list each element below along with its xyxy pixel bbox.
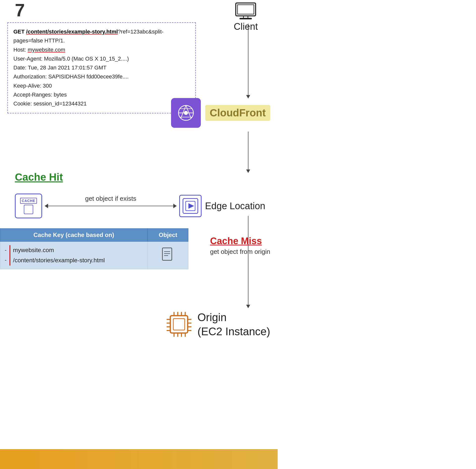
cloudfront-area: CloudFront [171, 98, 270, 128]
client-label: Client [234, 21, 258, 32]
http-line-3: User-Agent: Mozilla/5.0 (Mac OS X 10_15_… [13, 54, 190, 63]
http-line-6: Keep-Alive: 300 [13, 81, 190, 90]
client-area: Client [234, 2, 258, 32]
arrow-client-to-cloudfront [248, 24, 248, 96]
arrow-label: get object if exists [85, 195, 136, 202]
svg-rect-20 [173, 319, 185, 330]
cache-miss-area: Cache Miss get object from origin [210, 236, 270, 256]
svg-rect-3 [239, 18, 252, 19]
bottom-bar [0, 449, 278, 469]
table-key-1: mywebsite.com [13, 245, 105, 255]
http-host-value: mywebsite.com [28, 47, 65, 53]
cloudfront-icon [171, 98, 201, 128]
http-line-8: Cookie: session_id=12344321 [13, 99, 190, 108]
edge-location-area: Edge Location [179, 195, 265, 217]
cloudfront-label: CloudFront [205, 105, 270, 121]
edge-location-label: Edge Location [205, 201, 265, 211]
cache-miss-sub: get object from origin [210, 248, 270, 256]
arrow-right-head [173, 204, 177, 208]
table-cell-object [148, 242, 188, 269]
red-bar [9, 245, 10, 266]
cache-table: Cache Key (cache based on) Object - - my… [0, 228, 188, 269]
origin-chip-icon [165, 311, 193, 338]
http-request-box: GET /content/stories/example-story.html?… [7, 22, 196, 113]
cache-box: CACHE [15, 194, 42, 218]
table-key-values: mywebsite.com /content/stories/example-s… [13, 245, 105, 266]
http-method: GET [13, 29, 26, 35]
origin-label: Origin(EC2 Instance) [198, 310, 270, 338]
table-key-2: /content/stories/example-story.html [13, 255, 105, 266]
arrow-cloudfront-to-edge [248, 132, 248, 170]
http-line-4: Date: Tue, 28 Jan 2021 17:01:57 GMT [13, 63, 190, 72]
http-line-7: Accept-Ranges: bytes [13, 90, 190, 99]
arrow-edge-to-origin [248, 216, 248, 305]
arrow-line [48, 206, 173, 206]
table-col2-header: Object [148, 229, 188, 242]
http-line-5: Authorization: SAPISIDHASH fdd00ecee39fe… [13, 72, 190, 81]
table-row: - - mywebsite.com /content/stories/examp… [0, 242, 188, 269]
cache-hit-label: Cache Hit [15, 171, 63, 183]
http-host-prefix: Host: [13, 47, 28, 53]
edge-location-icon [179, 195, 202, 217]
table-cell-keys: - - mywebsite.com /content/stories/examp… [0, 242, 148, 269]
origin-area: Origin(EC2 Instance) [165, 310, 270, 338]
cache-box-label: CACHE [20, 198, 37, 204]
svg-marker-13 [188, 203, 194, 209]
document-icon [162, 247, 174, 262]
http-path: /content/stories/example-story.html [26, 29, 118, 35]
http-line-2: Host: mywebsite.com [13, 45, 190, 54]
cache-miss-label: Cache Miss [210, 236, 270, 246]
table-col1-header: Cache Key (cache based on) [0, 229, 148, 242]
http-line-1: GET /content/stories/example-story.html?… [13, 27, 190, 45]
cache-edge-row: CACHE get object if exists Edge Location [7, 194, 270, 218]
svg-rect-1 [238, 5, 254, 14]
cache-box-inner [24, 205, 33, 214]
arrow-left-head [45, 204, 48, 208]
svg-rect-14 [162, 248, 172, 260]
client-icon [235, 2, 257, 20]
section-number: 7 [15, 0, 25, 20]
